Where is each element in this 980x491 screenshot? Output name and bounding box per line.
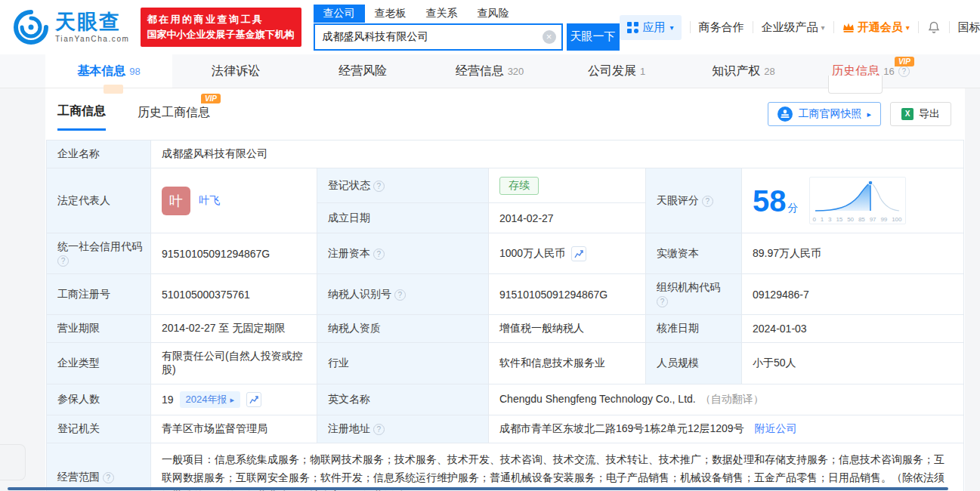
export-button[interactable]: X 导出 <box>890 102 951 126</box>
help-icon[interactable]: ? <box>702 196 713 207</box>
search-input[interactable] <box>314 23 563 51</box>
search-button[interactable]: 天眼一下 <box>567 23 620 51</box>
promo-banner: 都在用的商业查询工具 国家中小企业发展子基金旗下机构 <box>141 8 301 47</box>
help-icon[interactable]: ? <box>898 66 910 77</box>
search-tab-boss[interactable]: 查老板 <box>365 5 416 23</box>
table-row: 工商注册号 510105000375761 纳税人识别号 ? 915101050… <box>47 274 964 315</box>
field-label: 实缴资本 <box>646 233 742 274</box>
field-label: 成立日期 <box>317 203 489 233</box>
taxpayer-qual-value: 增值税一般纳税人 <box>489 315 646 343</box>
help-icon[interactable]: ? <box>394 289 406 301</box>
nav-divider <box>690 21 691 33</box>
legal-rep-link[interactable]: 叶飞 <box>199 194 220 208</box>
nav-divider <box>918 21 919 33</box>
arrow-right-icon: ▸ <box>867 110 871 119</box>
top-header: 天眼查 TianYanCha.com 都在用的商业查询工具 国家中小企业发展子基… <box>0 0 980 54</box>
logo-title: 天眼查 <box>55 12 130 32</box>
nav-cooperation[interactable]: 商务合作 <box>699 20 744 35</box>
table-row: 登记机关 青羊区市场监督管理局 注册地址 ? 成都市青羊区东坡北二路169号1栋… <box>47 415 964 443</box>
insured-value: 19 2024年报 ▸ <box>151 384 317 415</box>
help-icon[interactable]: ? <box>103 472 114 483</box>
help-icon[interactable]: ? <box>373 181 385 192</box>
official-snapshot-button[interactable]: 工商官网快照 ▸ <box>768 102 881 126</box>
subtab-business-info[interactable]: 工商信息 <box>57 103 106 131</box>
enterprise-label: 企业级产品 <box>762 20 818 35</box>
search-tab-risk[interactable]: 查风险 <box>468 5 519 23</box>
help-icon[interactable]: ? <box>657 296 668 307</box>
capital-trend-icon[interactable] <box>571 246 586 261</box>
nearby-companies-link[interactable]: 附近公司 <box>755 422 797 434</box>
search-block: 查公司 查老板 查关系 查风险 × 天眼一下 <box>314 5 620 51</box>
staff-size-value: 小于50人 <box>742 343 964 384</box>
annual-report-badge[interactable]: 2024年报 ▸ <box>180 391 240 408</box>
approval-date-value: 2024-01-03 <box>742 315 964 343</box>
subtab-history-business-info[interactable]: VIP 历史工商信息 <box>138 105 210 130</box>
tab-legal-litigation[interactable]: 法律诉讼 <box>172 54 299 88</box>
bell-curve-icon <box>813 180 902 213</box>
clear-icon[interactable]: × <box>543 30 556 44</box>
est-date-value: 2014-02-27 <box>489 203 646 233</box>
field-label: 登记状态 ? <box>317 168 489 203</box>
field-label: 人员规模 <box>646 343 742 384</box>
partial-orange-element <box>104 85 123 94</box>
nav-divider <box>753 21 753 33</box>
help-icon[interactable]: ? <box>373 249 385 260</box>
field-label: 参保人数 <box>47 384 151 415</box>
search-tab-relation[interactable]: 查关系 <box>416 5 468 23</box>
vip-badge: VIP <box>201 94 221 103</box>
nav-divider <box>833 21 834 33</box>
nav-national-standard[interactable]: 国标联... ▾ <box>958 20 980 35</box>
excel-icon: X <box>901 108 914 120</box>
field-label: 天眼评分 ? <box>646 168 742 233</box>
floating-side-widget[interactable] <box>0 444 26 480</box>
table-row: 企业名称 成都盛风科技有限公司 <box>47 141 964 168</box>
vip-badge: VIP <box>895 57 914 66</box>
field-label: 统一社会信用代码 ? <box>47 233 151 274</box>
promo-line1: 都在用的商业查询工具 <box>147 12 295 27</box>
field-label: 法定代表人 <box>47 168 151 233</box>
tab-basic-info[interactable]: 基本信息 98 <box>45 54 172 88</box>
industry-value: 软件和信息技术服务业 <box>489 343 646 384</box>
logo[interactable]: 天眼查 TianYanCha.com <box>14 10 130 45</box>
tab-intellectual-property[interactable]: 知识产权 28 <box>680 54 807 88</box>
biz-term-value: 2014-02-27 至 无固定期限 <box>151 315 317 343</box>
score-number: 58 分 <box>753 186 799 216</box>
auto-translate-note: （自动翻译） <box>700 393 764 405</box>
avatar[interactable]: 叶 <box>162 187 190 215</box>
credit-code-value: 91510105091294867G <box>151 233 317 274</box>
arrow-right-icon: ▸ <box>230 395 235 405</box>
horizontal-scrollbar[interactable] <box>8 487 948 490</box>
company-name-value: 成都盛风科技有限公司 <box>151 141 964 168</box>
paid-capital-value: 89.97万人民币 <box>742 233 964 274</box>
field-label: 注册资本 ? <box>317 233 489 274</box>
bell-icon[interactable] <box>927 20 941 34</box>
tab-count: 1 <box>640 66 645 77</box>
table-row: 经营范围 ? 一般项目：信息系统集成服务；物联网技术服务；技术服务、技术开发、技… <box>47 443 964 491</box>
help-icon[interactable]: ? <box>373 424 385 435</box>
chevron-down-icon: ▾ <box>670 23 674 32</box>
field-label: 注册地址 ? <box>317 415 489 443</box>
company-info-card: 工商信息 VIP 历史工商信息 工商官网快照 ▸ X 导出 <box>45 88 965 491</box>
nav-enterprise-products[interactable]: 企业级产品 ▾ <box>762 20 825 35</box>
tab-operation-info[interactable]: 经营信息 320 <box>426 54 553 88</box>
search-tabs: 查公司 查老板 查关系 查风险 <box>314 5 620 23</box>
insured-trend-icon[interactable] <box>246 392 261 407</box>
tab-count: 320 <box>508 66 524 77</box>
field-label: 纳税人识别号 ? <box>317 274 489 315</box>
tab-company-development[interactable]: 公司发展 1 <box>553 54 680 88</box>
chevron-down-icon: ▾ <box>821 23 825 32</box>
subtab-row: 工商信息 VIP 历史工商信息 工商官网快照 ▸ X 导出 <box>45 88 965 131</box>
apps-menu[interactable]: 应用 ▾ <box>620 15 682 40</box>
field-label: 经营范围 ? <box>47 443 151 491</box>
status-badge: 存续 <box>499 177 539 195</box>
field-label: 组织机构代码 ? <box>646 274 742 315</box>
tab-label: 公司发展 <box>588 63 636 79</box>
tab-label: 法律诉讼 <box>212 63 260 79</box>
search-tab-company[interactable]: 查公司 <box>314 5 365 23</box>
nav-open-membership[interactable]: 开通会员 ▾ <box>842 20 910 35</box>
tab-label: 基本信息 <box>77 63 125 79</box>
tab-operation-risk[interactable]: 经营风险 <box>299 54 426 88</box>
org-code-value: 09129486-7 <box>742 274 964 315</box>
help-icon[interactable]: ? <box>57 255 69 267</box>
taxpayer-id-value: 91510105091294867G <box>489 274 646 315</box>
